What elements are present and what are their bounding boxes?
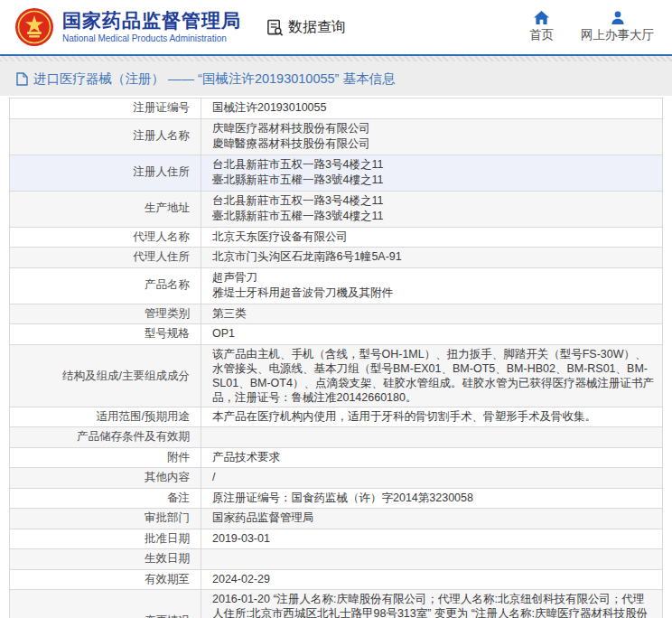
row-label: 注册人住所: [10, 154, 201, 191]
table-row-agent-name: 代理人名称 北京天东医疗设备有限公司: [10, 227, 663, 248]
table-row-agent-address: 代理人住所 北京市门头沟区石龙南路6号1幢5A-91: [10, 248, 663, 268]
row-value: 2024-02-29: [201, 569, 663, 590]
row-value: 该产品由主机、手机（含线，型号OH-1ML）、扭力扳手、脚踏开关（型号FS-30…: [201, 344, 663, 407]
registration-info-panel: 注册证编号 国械注许20193010055 注册人名称 庆暐医疗器材科技股份有限…: [0, 96, 672, 618]
row-value: [201, 427, 663, 448]
data-query-icon: [266, 19, 284, 36]
row-value: 2019-03-01: [201, 529, 663, 549]
site-title-block: 国家药品监督管理局 National Medical Products Admi…: [62, 10, 241, 44]
site-logo: 国家药品监督管理局 National Medical Products Admi…: [14, 7, 241, 47]
row-label: 产品储存条件及有效期: [10, 427, 201, 448]
row-label: 备注: [10, 488, 201, 509]
row-value: 第三类: [201, 304, 663, 324]
row-label: 注册人名称: [10, 118, 201, 154]
row-label: 结构及组成/主要组成成分: [10, 344, 201, 407]
document-icon: [16, 72, 28, 86]
table-row-structure-composition: 结构及组成/主要组成成分 该产品由主机、手机（含线，型号OH-1ML）、扭力扳手…: [10, 344, 663, 407]
table-row-effective-date: 生效日期: [10, 549, 663, 570]
data-query-label: 数据查询: [288, 18, 346, 37]
nav-service-hall[interactable]: 网上办事大厅: [581, 11, 654, 43]
table-row-remarks: 备注 原注册证编号：国食药监械（许）字2014第3230058: [10, 488, 663, 509]
row-value: 北京天东医疗设备有限公司: [201, 227, 663, 248]
row-label: 有效期至: [10, 569, 201, 590]
site-subtitle: National Medical Products Administration: [62, 33, 241, 44]
breadcrumb-bar: 进口医疗器械（注册） —— “国械注许20193010055” 基本信息: [0, 56, 672, 96]
nav-home[interactable]: 首页: [529, 11, 554, 43]
header-right-nav: 首页 网上办事大厅: [529, 11, 658, 43]
row-value: 台北县新莊市五权一路3号4楼之11 臺北縣新莊市五權一路3號4樓之11: [201, 191, 663, 227]
row-value: 国械注许20193010055: [201, 98, 663, 119]
row-label: 管理类别: [10, 304, 201, 324]
row-value: [201, 549, 663, 570]
registration-info-table: 注册证编号 国械注许20193010055 注册人名称 庆暐医疗器材科技股份有限…: [9, 98, 663, 618]
nav-service-hall-label: 网上办事大厅: [581, 27, 654, 43]
row-label: 其他内容: [10, 468, 201, 489]
row-value: 本产品在医疗机构内使用，适用于牙科的骨切割手术、骨塑形手术及骨收集。: [201, 407, 663, 427]
table-row-production-address: 生产地址 台北县新莊市五权一路3号4楼之11 臺北縣新莊市五權一路3號4樓之11: [10, 191, 663, 227]
home-icon: [534, 11, 549, 24]
table-row-registrant-name: 注册人名称 庆暐医疗器材科技股份有限公司 慶暐醫療器材科技股份有限公司: [10, 118, 663, 154]
row-value: 产品技术要求: [201, 447, 663, 468]
row-label: 生效日期: [10, 549, 201, 570]
row-label: 型号规格: [10, 324, 201, 345]
row-value: 台北县新莊市五权一路3号4楼之11 臺北縣新莊市五權一路3號4樓之11: [201, 154, 663, 191]
row-label: 代理人住所: [10, 248, 201, 268]
table-row-storage-validity: 产品储存条件及有效期: [10, 427, 663, 448]
row-value: /: [201, 468, 663, 489]
person-icon: [611, 11, 625, 24]
row-label: 审批部门: [10, 509, 201, 529]
row-label: 代理人名称: [10, 227, 201, 248]
row-label: 批准日期: [10, 529, 201, 549]
breadcrumb: 进口医疗器械（注册） —— “国械注许20193010055” 基本信息: [33, 70, 395, 88]
row-label: 生产地址: [10, 191, 201, 227]
row-value: OP1: [201, 324, 663, 345]
table-row-approval-department: 审批部门 国家药品监督管理局: [10, 509, 663, 529]
row-value: 庆暐医疗器材科技股份有限公司 慶暐醫療器材科技股份有限公司: [201, 118, 663, 154]
site-title: 国家药品监督管理局: [62, 10, 241, 32]
table-row-cert-number: 注册证编号 国械注许20193010055: [10, 98, 663, 119]
row-value: 原注册证编号：国食药监械（许）字2014第3230058: [201, 488, 663, 509]
table-row-other-content: 其他内容 /: [10, 468, 663, 489]
table-row-model-spec: 型号规格 OP1: [10, 324, 663, 345]
row-value: 北京市门头沟区石龙南路6号1幢5A-91: [201, 248, 663, 268]
row-value: 国家药品监督管理局: [201, 509, 663, 529]
table-row-intended-use: 适用范围/预期用途 本产品在医疗机构内使用，适用于牙科的骨切割手术、骨塑形手术及…: [10, 407, 663, 427]
row-value: 2016-01-20 “注册人名称:庆暐股份有限公司；代理人名称:北京纽创科技有…: [201, 590, 663, 618]
nav-home-label: 首页: [529, 27, 554, 43]
header: 国家药品监督管理局 National Medical Products Admi…: [0, 0, 672, 56]
row-label: 适用范围/预期用途: [10, 407, 201, 427]
table-row-registrant-address: 注册人住所 台北县新莊市五权一路3号4楼之11 臺北縣新莊市五權一路3號4樓之1…: [10, 154, 663, 191]
row-label: 产品名称: [10, 267, 201, 304]
table-row-valid-until: 有效期至 2024-02-29: [10, 569, 663, 590]
table-row-product-name: 产品名称 超声骨刀 雅堤士牙科用超音波骨刀機及其附件: [10, 267, 663, 304]
table-row-approval-date: 批准日期 2019-03-01: [10, 529, 663, 549]
row-label: 变更情况: [10, 590, 201, 618]
table-row-change-history: 变更情况 2016-01-20 “注册人名称:庆暐股份有限公司；代理人名称:北京…: [10, 590, 663, 618]
row-value: 超声骨刀 雅堤士牙科用超音波骨刀機及其附件: [201, 267, 663, 304]
nav-data-query[interactable]: 数据查询: [266, 18, 346, 37]
table-row-attachment: 附件 产品技术要求: [10, 447, 663, 468]
table-row-management-class: 管理类别 第三类: [10, 304, 663, 324]
national-emblem-icon: [14, 7, 54, 47]
row-label: 附件: [10, 447, 201, 468]
row-label: 注册证编号: [10, 98, 201, 119]
